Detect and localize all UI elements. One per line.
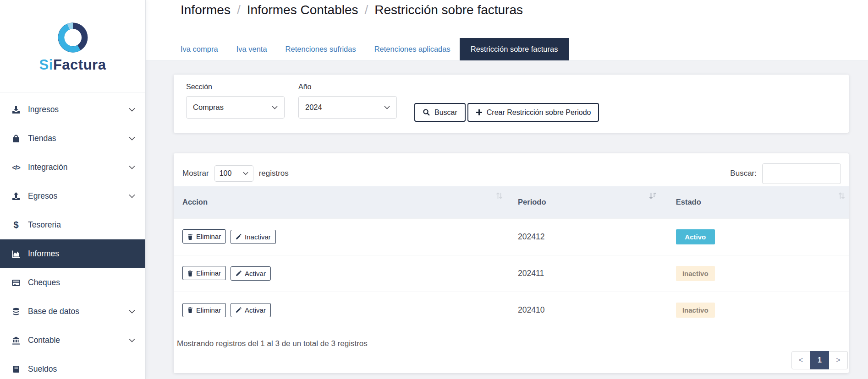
records-info: Mostrando registros del 1 al 3 de un tot… [177, 339, 368, 369]
sidebar-item-informes[interactable]: Informes [0, 239, 145, 268]
content-area: Sección Compras Año 2024 Buscar [146, 61, 868, 373]
sidebar-item-tiendas[interactable]: Tiendas [0, 124, 145, 153]
year-select-value: 2024 [305, 103, 322, 112]
trash-icon [187, 270, 193, 276]
sidebar-item-label: Integración [28, 162, 68, 172]
pagination-page-1[interactable]: 1 [810, 351, 829, 369]
tab-restriccion-sobre-facturas[interactable]: Restricción sobre facturas [460, 38, 569, 60]
download-icon [10, 105, 22, 114]
tab-retenciones-aplicadas[interactable]: Retenciones aplicadas [365, 38, 460, 60]
year-select[interactable]: 2024 [298, 96, 397, 119]
sort-desc-icon [649, 191, 656, 200]
delete-button[interactable]: Eliminar [182, 266, 226, 280]
table-search-control: Buscar: [730, 163, 841, 184]
page-header: Informes / Informes Contables / Restricc… [146, 0, 868, 61]
table-row: Eliminar Inactivar 202412 Activo [174, 218, 849, 255]
sidebar-item-egresos[interactable]: Egresos [0, 182, 145, 211]
year-label: Año [298, 83, 397, 91]
section-select[interactable]: Compras [186, 96, 285, 119]
database-icon [10, 307, 22, 316]
pagination-prev-button[interactable]: < [791, 351, 810, 369]
trash-icon [187, 307, 193, 313]
breadcrumb-item-informes-contables[interactable]: Informes Contables [247, 3, 358, 17]
status-badge: Activo [676, 229, 715, 244]
sort-icon [838, 191, 845, 200]
pagination-next-button[interactable]: > [829, 351, 848, 369]
sidebar-item-label: Base de datos [28, 307, 79, 316]
breadcrumb-item-informes[interactable]: Informes [181, 3, 231, 17]
column-header-accion[interactable]: Accion [174, 186, 509, 218]
period-cell: 202412 [509, 218, 667, 255]
chevron-down-icon [129, 165, 135, 169]
pencil-icon [236, 307, 242, 313]
delete-button[interactable]: Eliminar [182, 229, 226, 244]
dollar-icon: $ [10, 220, 22, 230]
toggle-status-button[interactable]: Activar [231, 303, 271, 317]
sidebar-item-label: Tiendas [28, 134, 56, 143]
main-content: Informes / Informes Contables / Restricc… [146, 0, 868, 379]
chevron-down-icon [129, 194, 135, 198]
year-field: Año 2024 [298, 83, 397, 125]
create-restriction-label: Crear Restricción sobre Periodo [487, 108, 591, 117]
code-icon: </> [10, 164, 22, 171]
sidebar-item-label: Informes [28, 249, 59, 259]
filter-actions: Buscar Crear Restricción sobre Periodo [414, 83, 599, 125]
sidebar-item-cheques[interactable]: Cheques [0, 268, 145, 297]
pencil-icon [236, 271, 242, 276]
sidebar-item-tesoreria[interactable]: $ Tesoreria [0, 211, 145, 239]
sifactura-ring-icon [57, 22, 88, 53]
sidebar-item-label: Cheques [28, 278, 60, 287]
period-cell: 202411 [509, 255, 667, 292]
plus-icon [476, 109, 483, 116]
column-header-estado[interactable]: Estado [667, 186, 849, 218]
search-icon [423, 108, 430, 116]
period-cell: 202410 [509, 292, 667, 328]
toggle-status-button[interactable]: Inactivar [231, 230, 276, 244]
brand-logo: SiFactura [0, 0, 145, 92]
trash-icon [187, 233, 193, 240]
pagination: < 1 > [791, 351, 848, 369]
tab-iva-venta[interactable]: Iva venta [227, 38, 276, 60]
sidebar: SiFactura Ingresos Tiendas </> Integraci… [0, 0, 146, 379]
column-header-periodo[interactable]: Periodo [509, 186, 667, 218]
sidebar-item-label: Sueldos [28, 364, 57, 374]
page-size-value: 100 [220, 169, 232, 178]
sidebar-item-contable[interactable]: Contable [0, 326, 145, 355]
search-button[interactable]: Buscar [414, 103, 466, 122]
table-row: Eliminar Activar 202410 Inactivo [174, 292, 849, 328]
table-search-input[interactable] [762, 163, 841, 184]
sidebar-item-base-de-datos[interactable]: Base de datos [0, 297, 145, 326]
sidebar-item-label: Contable [28, 336, 60, 345]
breadcrumb-separator: / [365, 3, 368, 17]
table-controls: Mostrar 100 registros Buscar: [174, 161, 849, 186]
sidebar-item-integracion[interactable]: </> Integración [0, 153, 145, 182]
delete-button[interactable]: Eliminar [182, 303, 226, 317]
toggle-status-button[interactable]: Activar [231, 266, 271, 281]
area-chart-icon [10, 249, 22, 259]
chevron-down-icon [129, 309, 135, 314]
create-restriction-button[interactable]: Crear Restricción sobre Periodo [467, 103, 599, 122]
brand-name: SiFactura [39, 57, 106, 73]
section-label: Sección [186, 83, 285, 91]
credit-card-icon [10, 278, 22, 287]
tab-iva-compra[interactable]: Iva compra [181, 38, 227, 60]
tab-retenciones-sufridas[interactable]: Retenciones sufridas [276, 38, 365, 60]
records-label: registros [259, 169, 289, 178]
shopping-bag-icon [10, 134, 22, 143]
sidebar-item-ingresos[interactable]: Ingresos [0, 95, 145, 124]
upload-icon [10, 192, 22, 201]
page-size-select[interactable]: 100 [214, 165, 253, 182]
sidebar-item-label: Egresos [28, 191, 57, 201]
table-row: Eliminar Activar 202411 Inactivo [174, 255, 849, 292]
section-select-value: Compras [193, 103, 224, 112]
chevron-down-icon [384, 106, 390, 109]
chevron-down-icon [129, 108, 135, 112]
sidebar-item-label: Ingresos [28, 105, 59, 114]
status-badge: Inactivo [676, 303, 715, 318]
table-search-label: Buscar: [730, 169, 757, 178]
sidebar-item-label: Tesoreria [28, 220, 61, 230]
chevron-down-icon [243, 172, 248, 175]
breadcrumb-item-current: Restricción sobre facturas [374, 3, 523, 17]
sidebar-item-sueldos[interactable]: Sueldos [0, 355, 145, 379]
records-panel: Mostrar 100 registros Buscar: [174, 153, 849, 373]
